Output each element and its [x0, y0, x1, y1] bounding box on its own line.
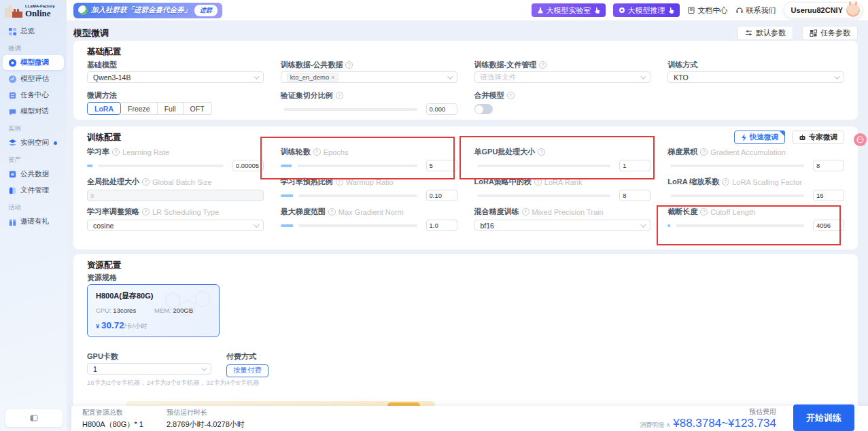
lora-rank-input[interactable]	[619, 190, 650, 201]
option-freeze[interactable]: Freeze	[121, 102, 158, 115]
sidebar-item-label: 模型对话	[20, 107, 49, 116]
expert-finetune-label: 专家微调	[809, 133, 837, 142]
sidebar-item-label: 模型微调	[20, 58, 49, 67]
public-data-label: 训练数据-公共数据	[281, 60, 343, 70]
field-label-en: LR Scheduling Type	[152, 208, 219, 216]
task-params-button[interactable]: 任务参数	[802, 26, 858, 40]
lr-scheduler-value: cosine	[93, 222, 114, 230]
train-method-select[interactable]: KTO	[667, 71, 844, 83]
field-val-split: 验证集切分比例?	[281, 91, 457, 116]
option-oft[interactable]: OFT	[184, 102, 212, 115]
help-icon[interactable]: ?	[700, 148, 708, 156]
pay-as-you-go-button[interactable]: 按量付费	[226, 364, 268, 377]
document-icon	[687, 6, 695, 14]
help-icon[interactable]: ?	[142, 178, 150, 186]
sidebar-collapse-button[interactable]	[5, 409, 63, 427]
field-public-data: 训练数据-公共数据? kto_en_demo×	[281, 61, 457, 83]
global-batch-input	[87, 190, 264, 201]
base-model-value: Qwen3-14B	[93, 73, 131, 82]
sidebar-item-task-center[interactable]: 任务中心	[0, 88, 67, 103]
gpu-count-select[interactable]: 1	[87, 363, 211, 375]
field-pay-method: 付费方式 按量付费	[226, 352, 268, 387]
mixed-precision-select[interactable]: bf16	[474, 220, 651, 231]
task-params-label: 任务参数	[820, 28, 850, 38]
highlight-box-epochs	[260, 137, 455, 179]
lr-scheduler-select[interactable]: cosine	[87, 220, 264, 231]
topbar: 加入社群获「进群金喜代金券」 进群 大模型实验室 大模型推理 文档中心 联系我们	[67, 0, 868, 20]
grad-accum-slider[interactable]	[667, 165, 804, 167]
help-icon[interactable]: ?	[722, 178, 729, 186]
max-grad-input[interactable]	[426, 220, 457, 231]
sidebar-item-overview[interactable]: 总览	[0, 24, 67, 39]
lora-scaling-slider[interactable]	[667, 194, 804, 197]
val-split-input[interactable]	[426, 103, 457, 115]
option-lora[interactable]: LoRA	[87, 102, 121, 115]
max-grad-slider[interactable]	[281, 224, 417, 227]
dataset-tag[interactable]: kto_en_demo×	[287, 73, 338, 82]
expert-finetune-button[interactable]: 专家微调	[792, 131, 844, 144]
field-finetune-method: 微调方法 LoRA Freeze Full OFT	[87, 91, 264, 116]
sidebar-item-model-eval[interactable]: 模型评估	[0, 71, 67, 86]
cost-detail-toggle[interactable]: 消费明细 ∧	[640, 421, 670, 430]
topbar-right: 大模型实验室 大模型推理 文档中心 联系我们 Useruu82CNIY	[532, 2, 868, 18]
community-banner[interactable]: 加入社群获「进群金喜代金券」 进群	[73, 3, 222, 18]
help-icon[interactable]: ?	[328, 208, 336, 216]
file-data-label: 训练数据-文件管理	[474, 60, 537, 70]
start-training-button[interactable]: 开始训练	[793, 404, 854, 431]
warmup-input[interactable]	[426, 190, 457, 201]
llm-inference-button[interactable]: 大模型推理	[613, 3, 680, 17]
quick-finetune-button[interactable]: 快速微调	[734, 131, 785, 144]
help-icon[interactable]: ?	[522, 208, 530, 216]
floating-support-button[interactable]	[854, 133, 867, 146]
help-icon[interactable]: ?	[112, 148, 120, 156]
sidebar-item-model-chat[interactable]: 模型对话	[0, 104, 67, 119]
train-method-value: KTO	[674, 73, 688, 82]
field-gpu-count: GPU卡数 1 16卡为2个8卡机器，24卡为3个8卡机器，32卡为4个8卡机器	[87, 352, 211, 387]
default-params-button[interactable]: 默认参数	[737, 26, 793, 40]
learning-rate-slider[interactable]	[87, 165, 224, 167]
docs-center-link[interactable]: 文档中心	[687, 5, 728, 16]
resource-spec-card[interactable]: H800A(显存80G) CPU: 13cores MEM: 200GB ¥ 3…	[87, 284, 220, 337]
sidebar-item-invite[interactable]: 邀请有礼	[0, 214, 67, 229]
sidebar-item-public-data[interactable]: 公共数据	[0, 167, 67, 182]
sidebar-item-model-finetune[interactable]: 模型微调	[3, 55, 64, 70]
lora-scaling-input[interactable]	[813, 190, 844, 201]
page-header: 模型微调 默认参数 任务参数	[73, 26, 858, 40]
help-icon[interactable]: ?	[539, 61, 546, 69]
grad-accum-input[interactable]	[813, 160, 844, 171]
merge-model-toggle[interactable]	[474, 104, 493, 114]
option-full[interactable]: Full	[158, 102, 184, 115]
join-group-button[interactable]: 进群	[194, 5, 218, 16]
sidebar-section-assets: 资产	[0, 152, 67, 167]
learning-rate-input[interactable]	[232, 160, 264, 171]
public-data-select[interactable]: kto_en_demo×	[281, 71, 457, 83]
support-icon	[856, 136, 864, 143]
footer-bar: 配置资源总数 H800A（80G）* 1 预估运行时长 2.8769小时-4.0…	[71, 406, 868, 431]
currency-symbol: ¥	[96, 322, 99, 330]
remove-tag-icon[interactable]: ×	[331, 74, 334, 81]
user-menu[interactable]: Useruu82CNIY	[784, 2, 863, 18]
warmup-slider[interactable]	[281, 194, 417, 197]
help-icon[interactable]: ?	[507, 92, 515, 99]
lora-rank-slider[interactable]	[474, 194, 611, 197]
train-method-label: 训练方式	[667, 60, 697, 70]
val-split-slider[interactable]	[281, 108, 417, 111]
sidebar-section-finetune: 微调	[0, 40, 67, 55]
robot-icon	[799, 134, 806, 141]
help-icon[interactable]: ?	[336, 92, 343, 99]
llm-lab-button[interactable]: 大模型实验室	[532, 3, 606, 17]
estimated-cost-label: 预估费用	[640, 407, 776, 417]
help-icon[interactable]: ?	[142, 208, 150, 216]
help-icon[interactable]: ?	[345, 61, 353, 69]
contact-us-link[interactable]: 联系我们	[735, 5, 776, 16]
resource-config-card: 资源配置 资源规格 H800A(显存80G) CPU: 13cores MEM:…	[73, 254, 858, 424]
base-model-label: 基础模型	[87, 60, 117, 70]
resource-total-label: 配置资源总数	[82, 408, 143, 417]
field-label-en: Max Gradient Norm	[338, 208, 404, 216]
sidebar-item-file-manage[interactable]: 文件管理	[0, 183, 67, 198]
field-base-model: 基础模型 Qwen3-14B	[87, 61, 264, 83]
sidebar-item-instance-space[interactable]: 实例空间	[0, 135, 67, 150]
base-model-select[interactable]: Qwen3-14B	[87, 71, 264, 83]
file-data-select[interactable]: 请选择文件	[474, 71, 651, 83]
mixed-precision-value: bf16	[481, 222, 494, 230]
